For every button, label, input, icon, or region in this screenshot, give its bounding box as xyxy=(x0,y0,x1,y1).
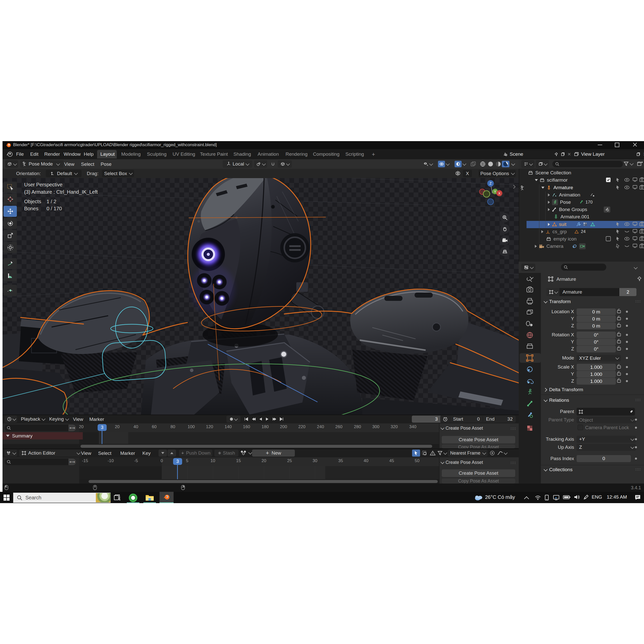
timeline-ruler[interactable]: -20 20 40 60 80 100 120 140 160 180 200 … xyxy=(79,423,439,432)
action-search[interactable] xyxy=(5,459,70,465)
tool-select-box[interactable] xyxy=(4,182,17,193)
panel-grip-icon[interactable]: ∷∷ xyxy=(635,467,641,471)
weather-text[interactable]: 26°C Có mây xyxy=(485,494,515,500)
speaker-icon[interactable] xyxy=(574,494,580,500)
fake-user-icons[interactable] xyxy=(240,450,251,455)
end-frame-field[interactable]: End 32 xyxy=(483,416,516,422)
tab-texture[interactable] xyxy=(527,426,532,431)
panel-grip-icon[interactable]: ∷∷ xyxy=(635,398,641,402)
tab-constraints[interactable] xyxy=(527,367,532,372)
create-pose-asset-button[interactable]: Create Pose Asset xyxy=(442,436,515,444)
current-frame-field[interactable]: 3 xyxy=(412,416,441,423)
orientation-default-dropdown[interactable]: Default xyxy=(46,170,82,177)
tab-render[interactable] xyxy=(527,287,533,292)
tab-add-button[interactable]: + xyxy=(372,151,375,158)
tab-shading[interactable]: Shading xyxy=(233,151,251,157)
push-down-button[interactable]: Push Down xyxy=(179,450,212,457)
prop-field-roty[interactable]: 0° xyxy=(577,339,616,345)
copy-icon[interactable] xyxy=(561,152,565,156)
file-explorer-icon[interactable] xyxy=(145,494,154,501)
pin-icon[interactable] xyxy=(637,276,642,281)
render-pass-icon[interactable] xyxy=(470,161,476,167)
transform-orientation-dropdown[interactable]: Local xyxy=(223,160,252,168)
camera-parent-lock-checkbox[interactable] xyxy=(578,425,583,430)
snap-mode-dropdown[interactable]: Nearest Frame xyxy=(448,450,488,457)
sidebar-collapse-arrow[interactable] xyxy=(512,185,515,189)
play-reverse-button[interactable] xyxy=(258,417,263,421)
shading-wireframe-icon[interactable] xyxy=(478,161,487,167)
play-button[interactable] xyxy=(265,417,269,421)
action-playhead-line[interactable] xyxy=(177,465,178,479)
timeline-summary-row[interactable]: Summary xyxy=(3,432,83,439)
menu-help[interactable]: Help xyxy=(84,151,94,157)
properties-editor-type[interactable] xyxy=(521,264,535,271)
tab-tool[interactable] xyxy=(527,277,533,282)
outliner-row-pose[interactable]: Pose 170 xyxy=(548,198,593,206)
pen-icon[interactable] xyxy=(583,494,589,500)
editor-type-button[interactable] xyxy=(5,160,18,168)
tab-animation[interactable]: Animation xyxy=(258,151,279,157)
tool-scale[interactable] xyxy=(4,230,17,241)
start-button[interactable] xyxy=(4,495,10,501)
outliner-row-armature[interactable]: Armature xyxy=(541,184,573,191)
gizmo-neg-y-axis[interactable] xyxy=(483,191,490,197)
phone-link-icon[interactable] xyxy=(544,495,550,501)
viewport-menu-select[interactable]: Select xyxy=(81,162,94,167)
viewport-menu-pose[interactable]: Pose xyxy=(101,162,111,167)
mode-dropdown[interactable]: Pose Mode xyxy=(20,160,63,168)
view-layer-selector[interactable]: View Layer ✕ xyxy=(572,151,644,158)
mirror-x-toggle[interactable]: X xyxy=(463,170,472,177)
coccoc-browser-icon[interactable] xyxy=(129,494,137,502)
tool-annotate[interactable] xyxy=(4,258,17,269)
timeline-marker-menu[interactable]: Marker xyxy=(89,417,104,422)
outliner-restrict-icons[interactable] xyxy=(605,169,644,252)
prop-field-locz[interactable]: 0 m xyxy=(577,323,616,329)
collections-panel-header[interactable]: Collections xyxy=(544,467,573,472)
action-copy-pose-asset-button[interactable]: Copy Pose As Asset xyxy=(442,478,515,484)
outliner-search[interactable] xyxy=(552,161,623,167)
pin-icon[interactable] xyxy=(554,152,558,156)
tab-physics[interactable] xyxy=(527,379,533,384)
outliner-row-scene-collection[interactable]: Scene Collection xyxy=(528,169,571,176)
grid-ortho-button[interactable] xyxy=(500,247,510,256)
xray-dropdown[interactable] xyxy=(452,160,467,168)
select-cursor-toggle[interactable] xyxy=(412,450,420,457)
tab-texture-paint[interactable]: Texture Paint xyxy=(200,151,228,157)
action-search-expand[interactable]: ⟷ xyxy=(68,459,76,465)
tab-view-layer[interactable] xyxy=(527,310,533,314)
prop-field-scalex[interactable]: 1.000 xyxy=(577,364,616,371)
prop-field-scalez[interactable]: 1.000 xyxy=(577,378,616,385)
curve-dropdown[interactable] xyxy=(497,451,507,456)
tab-compositing[interactable]: Compositing xyxy=(313,151,340,157)
timeline-scrollbar[interactable] xyxy=(81,445,432,448)
action-playhead-label[interactable]: 3 xyxy=(173,458,182,465)
tool-move[interactable] xyxy=(4,206,17,217)
menu-render[interactable]: Render xyxy=(44,151,60,157)
notification-icon[interactable] xyxy=(634,494,641,501)
copy-pose-asset-button[interactable]: Copy Pose As Asset xyxy=(442,445,515,448)
transform-panel-header[interactable]: Transform xyxy=(544,299,571,304)
pass-index-field[interactable]: 0 xyxy=(577,455,631,462)
tool-transform[interactable] xyxy=(4,242,17,253)
action-content[interactable] xyxy=(79,466,439,479)
next-keyframe-button[interactable] xyxy=(272,417,277,421)
wifi-icon[interactable] xyxy=(534,495,541,501)
timeline-playhead-line[interactable] xyxy=(102,431,102,444)
action-mode-dropdown[interactable]: Action Editor xyxy=(19,450,82,457)
eyedropper-icon[interactable] xyxy=(628,410,633,414)
tab-output[interactable] xyxy=(527,298,533,304)
tool-pose-breakdowner[interactable] xyxy=(4,285,17,296)
menu-edit[interactable]: Edit xyxy=(30,151,38,157)
action-marker-menu[interactable]: Marker xyxy=(120,451,135,456)
close-button[interactable] xyxy=(633,143,637,147)
panel-grip-icon[interactable]: ∷∷ xyxy=(511,427,516,431)
tracking-axis-dropdown[interactable]: +Y xyxy=(577,436,636,443)
proportional-toggle[interactable] xyxy=(422,450,428,456)
weather-icon[interactable] xyxy=(474,494,483,501)
outliner-row-animation[interactable]: Animation xyxy=(548,191,595,198)
properties-options[interactable] xyxy=(634,266,637,270)
action-editor-type[interactable] xyxy=(5,450,17,457)
drag-dropdown[interactable]: Select Box xyxy=(102,170,134,177)
action-pose-asset-header[interactable]: Create Pose Asset xyxy=(441,460,483,465)
auto-keyframe-clock-icon[interactable] xyxy=(443,417,448,422)
